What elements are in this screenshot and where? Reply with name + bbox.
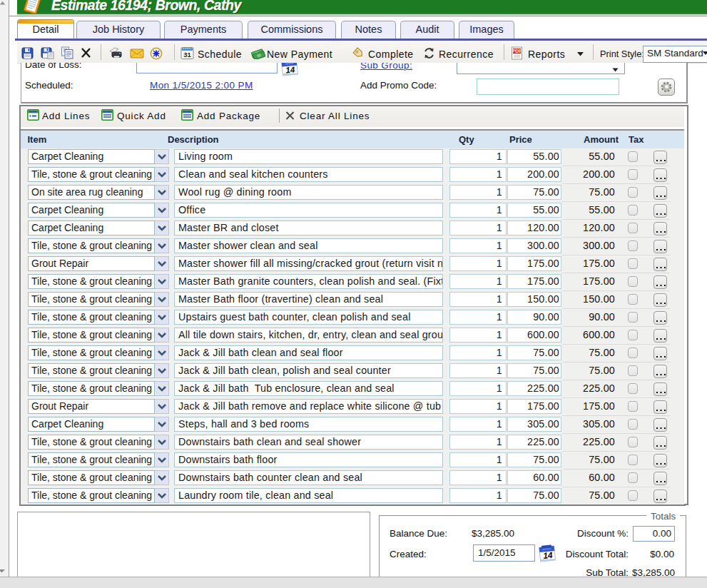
svg-text:PDF: PDF [512,49,522,54]
svg-text:14: 14 [285,65,296,74]
svg-text:31: 31 [183,51,191,59]
svg-text:14: 14 [542,550,553,561]
